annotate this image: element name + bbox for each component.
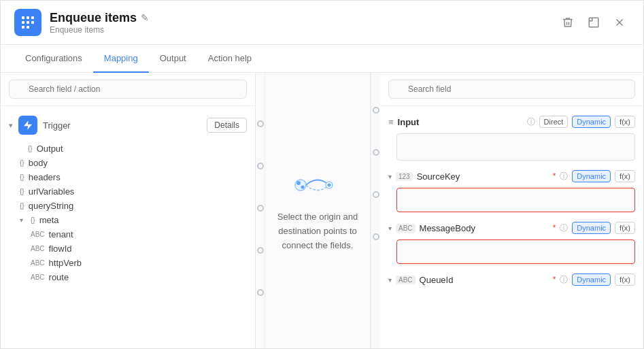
tree-item-querystring[interactable]: {} queryString <box>1 199 255 213</box>
tree-output[interactable]: {} Output <box>1 142 255 156</box>
querystring-type: {} <box>20 202 24 210</box>
input-info-icon[interactable]: ⓘ <box>527 116 535 128</box>
messagebody-chevron: ▾ <box>388 225 392 232</box>
sourcekey-dynamic-btn[interactable]: Dynamic <box>572 170 611 182</box>
body-type: {} <box>20 159 24 167</box>
sourcekey-required: * <box>553 171 556 181</box>
details-button[interactable]: Details <box>207 118 247 133</box>
input-menu-icon: ≡ <box>388 117 394 127</box>
svg-rect-8 <box>589 18 598 27</box>
sourcekey-type: 123 <box>396 172 413 181</box>
connector-dot-2 <box>257 163 264 169</box>
input-field-area[interactable] <box>396 133 635 161</box>
sourcekey-name: SourceKey <box>417 171 549 182</box>
direct-btn[interactable]: Direct <box>539 116 569 128</box>
flowid-label: flowId <box>49 244 72 254</box>
queueid-required: * <box>553 275 556 284</box>
messagebody-required: * <box>553 223 556 233</box>
sourcekey-info-icon[interactable]: ⓘ <box>560 171 568 182</box>
center-instruction: Select the origin and destination points… <box>265 210 370 252</box>
queueid-fx-btn[interactable]: f(x) <box>615 273 635 286</box>
input-section: ≡ Input ⓘ Direct Dynamic f(x) <box>380 112 643 161</box>
svg-point-15 <box>301 186 305 189</box>
tree-item-meta[interactable]: ▾ {} meta <box>1 213 255 227</box>
urlvariables-type: {} <box>20 188 24 195</box>
queueid-chevron: ▾ <box>388 276 392 284</box>
svg-rect-7 <box>27 26 29 29</box>
tree-item-httpverb[interactable]: ABC httpVerb <box>1 256 255 270</box>
svg-rect-6 <box>22 26 24 29</box>
tree-item-flowid[interactable]: ABC flowId <box>1 242 255 256</box>
field-group-queueid: ▾ ABC QueueId * ⓘ Dynamic f(x) <box>380 269 643 290</box>
httpverb-label: httpVerb <box>49 258 82 268</box>
output-type-icon: {} <box>28 145 33 152</box>
queueid-type: ABC <box>396 276 416 284</box>
queueid-info-icon[interactable]: ⓘ <box>560 274 568 286</box>
tab-mapping[interactable]: Mapping <box>93 45 149 73</box>
connect-illustration <box>290 168 345 202</box>
connector-dot-5 <box>257 289 264 296</box>
svg-rect-3 <box>22 21 24 24</box>
queueid-dynamic-btn[interactable]: Dynamic <box>572 273 611 286</box>
meta-label: meta <box>39 215 59 225</box>
svg-rect-4 <box>27 21 29 24</box>
right-dot-2 <box>373 149 379 156</box>
headers-label: headers <box>29 172 61 182</box>
messagebody-input-area[interactable] <box>396 239 635 264</box>
field-group-messagebody: ▾ ABC MessageBody * ⓘ Dynamic f(x) <box>380 218 643 264</box>
messagebody-info-icon[interactable]: ⓘ <box>560 222 568 234</box>
right-dot-4 <box>373 233 379 240</box>
messagebody-fx-btn[interactable]: f(x) <box>615 222 635 234</box>
meta-chevron: ▾ <box>20 216 28 224</box>
svg-rect-5 <box>31 21 34 24</box>
body-label: body <box>29 158 48 168</box>
tree-item-headers[interactable]: {} headers <box>1 170 255 184</box>
tree-item-urlvariables[interactable]: {} urlVariables <box>1 184 255 199</box>
field-group-sourcekey: ▾ 123 SourceKey * ⓘ Dynamic f(x) <box>380 166 643 212</box>
svg-point-17 <box>328 184 331 187</box>
tree-item-body[interactable]: {} body <box>1 156 255 170</box>
input-label: Input <box>398 117 523 127</box>
tab-action-help[interactable]: Action help <box>197 45 262 73</box>
delete-button[interactable] <box>558 12 578 33</box>
trigger-item: ▾ Trigger Details <box>1 112 255 139</box>
left-search-input[interactable] <box>9 80 247 99</box>
flowid-type: ABC <box>31 245 45 252</box>
sourcekey-input-area[interactable] <box>396 188 635 212</box>
right-search-box <box>380 73 643 106</box>
tree-item-route[interactable]: ABC route <box>1 270 255 284</box>
sourcekey-fx-btn[interactable]: f(x) <box>615 170 635 182</box>
tree-item-tenant[interactable]: ABC tenant <box>1 227 255 242</box>
left-search-box <box>1 73 255 106</box>
messagebody-dynamic-btn[interactable]: Dynamic <box>572 222 611 234</box>
close-button[interactable] <box>609 12 630 33</box>
right-search-input[interactable] <box>388 80 635 99</box>
messagebody-name: MessageBody <box>420 223 549 233</box>
querystring-label: queryString <box>29 201 73 211</box>
tenant-label: tenant <box>49 229 73 239</box>
right-dot-1 <box>373 107 379 114</box>
svg-point-13 <box>295 180 306 190</box>
svg-rect-0 <box>22 16 24 19</box>
httpverb-type: ABC <box>31 259 45 267</box>
headers-type: {} <box>20 173 24 181</box>
tenant-type: ABC <box>31 231 45 238</box>
app-icon <box>14 9 41 36</box>
expand-button[interactable] <box>583 12 604 33</box>
edit-icon[interactable]: ✎ <box>141 12 149 23</box>
dynamic-btn[interactable]: Dynamic <box>572 116 611 128</box>
subtitle: Enqueue items <box>50 25 149 35</box>
messagebody-type: ABC <box>396 224 416 233</box>
tab-output[interactable]: Output <box>149 45 197 73</box>
connector-dot-4 <box>257 247 264 254</box>
tab-configurations[interactable]: Configurations <box>14 45 93 73</box>
fx-btn[interactable]: f(x) <box>615 116 635 128</box>
tab-bar: Configurations Mapping Output Action hel… <box>1 45 643 73</box>
connector-dot-1 <box>257 120 264 127</box>
output-label: Output <box>37 144 63 154</box>
route-type: ABC <box>31 273 45 281</box>
route-label: route <box>49 272 69 282</box>
urlvariables-label: urlVariables <box>29 186 75 197</box>
connector-dot-3 <box>257 205 264 212</box>
svg-rect-2 <box>31 16 34 19</box>
